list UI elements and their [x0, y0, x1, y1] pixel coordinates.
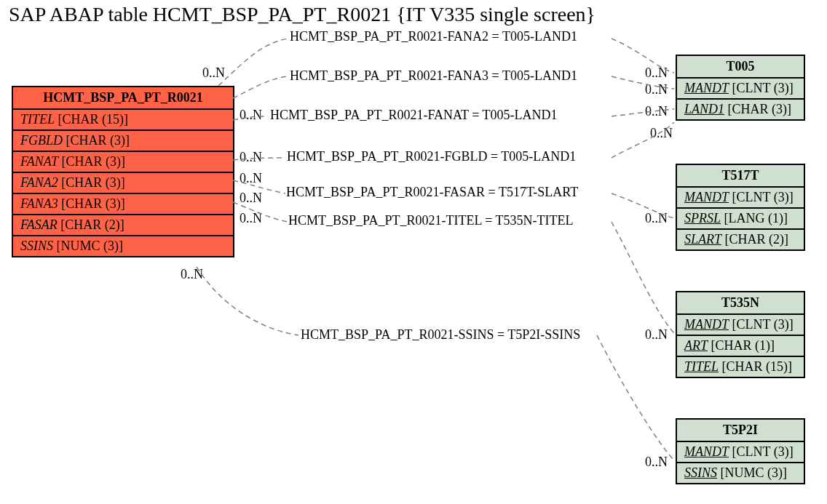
table-row: LAND1 [CHAR (3)]	[677, 100, 804, 119]
relation-label: HCMT_BSP_PA_PT_R0021-FASAR = T517T-SLART	[286, 185, 578, 200]
cardinality-label: 0..N	[645, 65, 668, 81]
cardinality-label: 0..N	[645, 327, 668, 343]
table-row: FANAT [CHAR (3)]	[13, 152, 233, 173]
relation-label: HCMT_BSP_PA_PT_R0021-FANA3 = T005-LAND1	[290, 68, 577, 84]
table-row: SSINS [NUMC (3)]	[13, 236, 233, 256]
cardinality-label: 0..N	[240, 150, 262, 165]
cardinality-label: 0..N	[240, 108, 262, 123]
table-row: FGBLD [CHAR (3)]	[13, 131, 233, 152]
table-row: FANA2 [CHAR (3)]	[13, 173, 233, 194]
table-row: SSINS [NUMC (3)]	[677, 463, 804, 483]
relation-label: HCMT_BSP_PA_PT_R0021-FANA2 = T005-LAND1	[290, 29, 577, 44]
table-row: MANDT [CLNT (3)]	[677, 79, 804, 100]
ref-table-t005: T005 MANDT [CLNT (3)] LAND1 [CHAR (3)]	[676, 55, 805, 121]
main-table-header: HCMT_BSP_PA_PT_R0021	[13, 87, 233, 110]
table-row: FANA3 [CHAR (3)]	[13, 194, 233, 215]
cardinality-label: 0..N	[645, 211, 668, 226]
page-title: SAP ABAP table HCMT_BSP_PA_PT_R0021 {IT …	[9, 3, 595, 26]
table-row: MANDT [CLNT (3)]	[677, 315, 804, 336]
ref-table-header: T517T	[677, 165, 804, 188]
cardinality-label: 0..N	[240, 171, 262, 186]
ref-table-t5p2i: T5P2I MANDT [CLNT (3)] SSINS [NUMC (3)]	[676, 418, 805, 484]
table-row: SLART [CHAR (2)]	[677, 230, 804, 249]
table-row: FASAR [CHAR (2)]	[13, 215, 233, 236]
cardinality-label: 0..N	[645, 104, 668, 119]
table-row: ART [CHAR (1)]	[677, 336, 804, 357]
cardinality-label: 0..N	[650, 126, 673, 141]
ref-table-header: T5P2I	[677, 420, 804, 442]
ref-table-t517t: T517T MANDT [CLNT (3)] SPRSL [LANG (1)] …	[676, 164, 805, 251]
ref-table-header: T535N	[677, 292, 804, 315]
cardinality-label: 0..N	[240, 211, 262, 226]
relation-label: HCMT_BSP_PA_PT_R0021-FGBLD = T005-LAND1	[287, 149, 576, 164]
table-row: SPRSL [LANG (1)]	[677, 209, 804, 230]
relation-label: HCMT_BSP_PA_PT_R0021-FANAT = T005-LAND1	[270, 108, 558, 123]
cardinality-label: 0..N	[645, 455, 668, 470]
relation-label: HCMT_BSP_PA_PT_R0021-SSINS = T5P2I-SSINS	[301, 327, 580, 343]
cardinality-label: 0..N	[240, 191, 262, 206]
table-row: MANDT [CLNT (3)]	[677, 188, 804, 209]
ref-table-header: T005	[677, 56, 804, 79]
table-row: TITEL [CHAR (15)]	[677, 357, 804, 377]
cardinality-label: 0..N	[202, 65, 225, 81]
relation-label: HCMT_BSP_PA_PT_R0021-TITEL = T535N-TITEL	[288, 213, 574, 228]
cardinality-label: 0..N	[181, 267, 203, 282]
cardinality-label: 0..N	[645, 82, 668, 97]
table-row: MANDT [CLNT (3)]	[677, 442, 804, 463]
main-table: HCMT_BSP_PA_PT_R0021 TITEL [CHAR (15)] F…	[12, 86, 234, 257]
ref-table-t535n: T535N MANDT [CLNT (3)] ART [CHAR (1)] TI…	[676, 291, 805, 378]
table-row: TITEL [CHAR (15)]	[13, 110, 233, 131]
